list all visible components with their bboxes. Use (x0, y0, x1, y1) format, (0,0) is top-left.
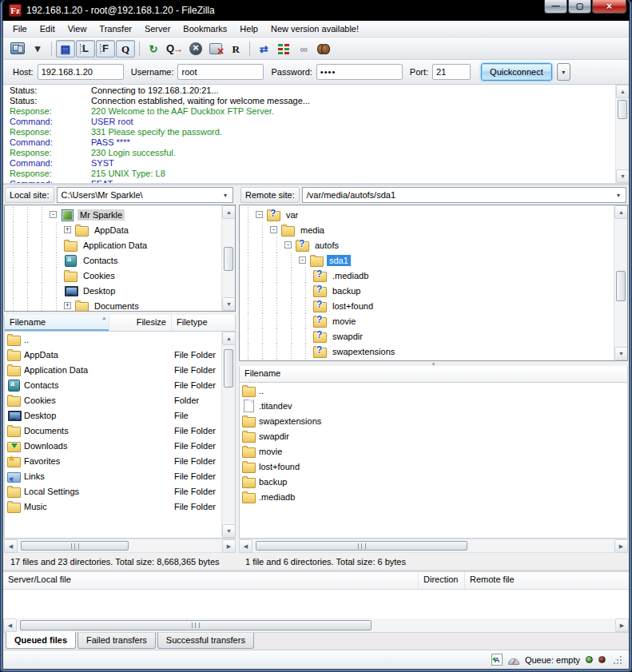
column-header[interactable]: Filename (240, 366, 627, 382)
tree-item[interactable]: swapdir (241, 328, 614, 344)
scroll-down-icon[interactable]: ▼ (222, 297, 236, 311)
file-row[interactable]: Downloads File Folder (5, 438, 221, 453)
tree-item[interactable]: Application Data (6, 237, 221, 252)
scrollbar-thumb[interactable] (20, 620, 372, 630)
file-row[interactable]: backup (240, 474, 614, 489)
toolbar-button[interactable] (206, 40, 225, 58)
tree-item[interactable]: .mediadb (241, 268, 614, 283)
scroll-up-icon[interactable]: ▲ (616, 85, 629, 98)
toolbar-button[interactable]: ▤ (56, 40, 75, 58)
file-row[interactable]: Music File Folder (5, 499, 221, 514)
toolbar-button[interactable]: × (186, 40, 205, 58)
tree-item[interactable]: Contacts (6, 252, 221, 268)
tree-item[interactable]: Cookies (6, 268, 221, 283)
column-header[interactable]: Remote file (465, 572, 629, 589)
file-row[interactable]: Documents File Folder (5, 423, 221, 438)
column-header[interactable]: Direction (419, 572, 465, 589)
queue-tab[interactable]: Successful transfers (157, 633, 254, 649)
file-row[interactable]: .mediadb (240, 489, 614, 504)
scroll-right-icon[interactable]: ▶ (222, 539, 236, 553)
toolbar-button[interactable]: F (96, 40, 115, 58)
file-row[interactable]: Favorites File Folder (5, 453, 221, 468)
remote-site-combo[interactable]: /var/media/autofs/sda1 ▾ (302, 187, 626, 203)
minimize-button-icon[interactable]: — (544, 0, 567, 14)
tree-item[interactable]: + Documents (6, 298, 221, 312)
scrollbar-thumb[interactable] (616, 271, 626, 301)
log-scrollbar[interactable]: ▲ ▼ (615, 85, 629, 183)
file-row[interactable]: movie (240, 443, 614, 459)
tree-item[interactable]: - autofs (241, 237, 614, 252)
column-header[interactable]: Server/Local file (3, 572, 419, 589)
quickconnect-button[interactable]: Quickconnect (481, 63, 552, 81)
scrollbar-thumb[interactable] (224, 247, 233, 271)
menu-item[interactable]: Transfer (93, 22, 138, 36)
scroll-up-icon[interactable]: ▲ (614, 205, 628, 219)
local-site-combo[interactable]: C:\Users\Mr Sparkle\ ▾ (57, 187, 233, 203)
tree-expander-icon[interactable]: - (284, 241, 292, 249)
scrollbar-thumb[interactable] (256, 541, 467, 551)
close-button-icon[interactable]: × (592, 0, 626, 14)
file-row[interactable]: swapdir (240, 428, 614, 443)
queue-hscrollbar[interactable]: ◀ ▶ (3, 618, 629, 632)
file-row[interactable]: Cookies Folder (5, 392, 221, 408)
maximize-button-icon[interactable]: ▢ (568, 0, 591, 14)
scroll-left-icon[interactable]: ◀ (4, 539, 18, 553)
remote-tree-scrollbar[interactable]: ▲ ▼ (614, 205, 627, 360)
scroll-right-icon[interactable]: ▶ (614, 539, 628, 553)
toolbar-button[interactable]: ∞ (294, 40, 313, 58)
scroll-left-icon[interactable]: ◀ (239, 539, 252, 553)
toolbar-button[interactable]: Q→ (164, 40, 185, 58)
local-tree-scrollbar[interactable]: ▲ ▼ (221, 205, 235, 311)
local-list-scrollbar[interactable]: ▲ ▼ (221, 332, 235, 538)
scroll-left-icon[interactable]: ◀ (3, 618, 17, 632)
tree-item[interactable]: lost+found (241, 298, 614, 313)
file-row[interactable]: .. (240, 383, 614, 398)
file-row[interactable]: .titandev (240, 398, 614, 413)
tree-item[interactable]: + AppData (6, 222, 221, 237)
scrollbar-thumb[interactable] (618, 100, 627, 119)
tree-expander-icon[interactable]: + (64, 302, 71, 309)
transfer-type-icon[interactable]: A (491, 654, 503, 666)
menu-item[interactable]: Edit (34, 22, 62, 36)
tree-item[interactable]: backup (241, 283, 614, 298)
tree-item[interactable]: swapextensions (241, 344, 614, 359)
tree-expander-icon[interactable]: - (270, 226, 277, 233)
scroll-down-icon[interactable]: ▼ (614, 347, 628, 360)
resize-grip[interactable] (613, 655, 622, 665)
toolbar-button[interactable]: ↻ (144, 40, 163, 58)
toolbar-button[interactable] (8, 40, 27, 58)
scroll-down-icon[interactable]: ▼ (222, 524, 236, 538)
tree-expander-icon[interactable]: + (64, 226, 71, 233)
tree-expander-icon[interactable]: - (299, 256, 306, 264)
menu-item[interactable]: File (6, 22, 34, 36)
tree-item[interactable]: - Mr Sparkle (6, 207, 221, 222)
file-row[interactable]: AppData File Folder (5, 347, 221, 362)
toolbar-button[interactable]: ⇄ (254, 40, 273, 58)
column-header[interactable]: Filetype (172, 315, 235, 331)
menu-item[interactable]: Bookmarks (177, 22, 233, 36)
username-input[interactable] (177, 64, 264, 80)
toolbar-button[interactable] (274, 40, 293, 58)
scrollbar-thumb[interactable] (224, 349, 233, 388)
file-row[interactable]: Desktop File (5, 408, 221, 423)
tree-item[interactable]: - var (241, 207, 614, 222)
column-header[interactable]: Filesize (109, 315, 172, 331)
toolbar-button[interactable]: ▾ (28, 40, 47, 58)
tree-expander-icon[interactable]: - (256, 211, 263, 218)
tree-expander-icon[interactable]: - (50, 211, 57, 218)
scrollbar-thumb[interactable] (21, 541, 129, 551)
menu-item[interactable]: New version available! (264, 22, 365, 36)
menu-item[interactable]: View (62, 22, 93, 36)
quickconnect-dropdown-icon[interactable]: ▾ (557, 63, 570, 81)
speed-limits-icon[interactable] (508, 658, 519, 665)
column-header[interactable]: Filename▴ (5, 315, 109, 331)
tree-item[interactable]: - media (241, 222, 614, 237)
menu-item[interactable]: Help (233, 22, 264, 36)
scroll-right-icon[interactable]: ▶ (615, 618, 629, 632)
chevron-down-icon[interactable]: ▾ (220, 189, 231, 201)
file-row[interactable]: lost+found (240, 459, 614, 474)
host-input[interactable] (38, 64, 124, 80)
chevron-down-icon[interactable]: ▾ (613, 189, 624, 201)
scroll-up-icon[interactable]: ▲ (222, 332, 236, 345)
menu-item[interactable]: Server (138, 22, 177, 36)
